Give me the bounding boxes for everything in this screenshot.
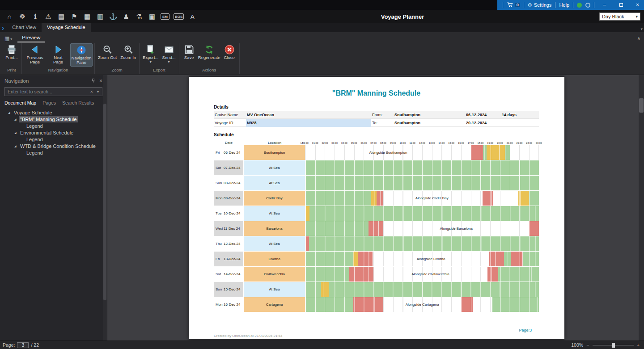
gantt-segment — [483, 191, 493, 206]
preview-scrollbar[interactable] — [639, 75, 644, 341]
day-label: Thu — [214, 242, 224, 246]
expander-icon[interactable]: ◢ — [14, 118, 19, 121]
tree-item-label: Legend — [25, 123, 44, 129]
page-input[interactable] — [17, 342, 29, 348]
lab-icon[interactable]: ⚗ — [133, 11, 145, 22]
ribbon-button-export[interactable]: Export...▼ — [141, 43, 160, 67]
time-label: 17:00 — [468, 142, 474, 144]
gantt-segment — [305, 267, 349, 282]
bgs-badge-icon[interactable]: BGS — [174, 13, 184, 20]
tree-item-legend[interactable]: Legend — [0, 122, 107, 129]
ribbon-button-previous-page[interactable]: Previous Page — [24, 43, 46, 67]
time-label: 15:00 — [448, 142, 454, 144]
time-label: 09:00 — [390, 142, 396, 144]
location-column-header: Location — [244, 141, 305, 145]
em-badge-icon[interactable]: EM — [161, 13, 169, 20]
location-cell: Cartagena — [244, 297, 305, 312]
ribbon-button-regenerate[interactable]: Regenerate — [198, 43, 220, 67]
navpanel-tab-search-results[interactable]: Search Results — [62, 100, 94, 105]
gantt-lane: Alongside Cadiz Bay — [305, 191, 539, 206]
navpanel-tab-pages[interactable]: Pages — [42, 100, 56, 105]
sync-status-icon[interactable] — [585, 3, 590, 8]
help-button[interactable]: Help — [559, 2, 569, 8]
tools-a-icon[interactable]: A — [186, 11, 198, 22]
date-label: 10-Dec-24 — [224, 211, 240, 215]
expander-icon[interactable]: ◢ — [14, 131, 19, 134]
time-label: 22:00 — [517, 142, 523, 144]
home-icon[interactable]: ⌂ — [4, 11, 15, 22]
zoom-out-control[interactable]: − — [586, 342, 589, 348]
location-cell: At Sea — [244, 282, 305, 297]
date-cell: Fri06-Dec-24 — [214, 145, 243, 160]
navpanel-tab-document-map[interactable]: Document Map — [4, 100, 36, 105]
schedule-row: Tue10-Dec-24At Sea — [214, 206, 539, 221]
schedule-row: Wed11-Dec-24BarcelonaAlongside Barcelona — [214, 221, 539, 236]
scrollbar-thumb[interactable] — [103, 104, 106, 300]
info-icon[interactable]: ℹ — [30, 11, 41, 22]
gantt-segment — [523, 252, 539, 266]
zoom-slider[interactable] — [593, 343, 634, 348]
ribbon: ▦▾ Preview Print...PrintPrevious PageNex… — [0, 32, 644, 75]
tabbar-overflow-icon[interactable]: ▾ — [640, 27, 643, 31]
ribbon-button-navigation-pane[interactable]: Navigation Pane — [70, 43, 93, 67]
voyage-id-label: Voyage ID — [214, 121, 246, 125]
gantt-segment — [529, 221, 539, 236]
search-options-icon[interactable]: ▾ — [95, 90, 101, 94]
tree-item-wtd-bridge-condition-schedule[interactable]: ◢WTD & Bridge Condition Schedule — [0, 143, 107, 149]
ribbon-button-send[interactable]: Send...▼ — [161, 43, 177, 67]
crew-icon[interactable]: ♟ — [120, 11, 132, 22]
ribbon-menu-icon[interactable]: ▦▾ — [3, 35, 14, 42]
tree-item-legend[interactable]: Legend — [0, 136, 107, 143]
tab-chart-view[interactable]: Chart View — [7, 23, 42, 32]
tree-item-environmental-schedule[interactable]: ◢Environmental Schedule — [0, 129, 107, 136]
anchor-icon[interactable]: ⚓ — [107, 11, 119, 22]
pin-icon[interactable] — [91, 78, 96, 84]
tab-voyage-schedule[interactable]: Voyage Schedule — [42, 23, 91, 32]
cart-button[interactable]: 0 — [507, 1, 520, 9]
library-icon[interactable]: ▥ — [94, 11, 106, 22]
alerts-icon[interactable]: ⚠ — [42, 11, 54, 22]
routes-icon[interactable]: ▦ — [81, 11, 93, 22]
expander-icon[interactable]: ◢ — [14, 144, 19, 147]
ribbon-button-next-page[interactable]: Next Page — [47, 43, 69, 67]
ribbon-tab-preview[interactable]: Preview — [17, 34, 45, 42]
flags-icon[interactable]: ⚑ — [68, 11, 80, 22]
settings-button[interactable]: ⚙ Settings — [528, 2, 552, 8]
gantt-segment — [492, 297, 539, 312]
publications-icon[interactable]: ▤ — [55, 11, 67, 22]
time-label: 23:00 — [526, 142, 532, 144]
tree-item-voyage-schedule[interactable]: ◢Voyage Schedule — [0, 109, 107, 116]
zoom-in-control[interactable]: + — [637, 342, 640, 348]
ribbon-button-close[interactable]: Close — [221, 43, 237, 67]
scrollbar-thumb[interactable] — [639, 98, 644, 113]
ribbon-button-zoom-in[interactable]: Zoom In — [119, 43, 137, 67]
day-label: Sat — [214, 272, 224, 276]
ribbon-button-save[interactable]: Save — [181, 43, 197, 67]
ribbon-collapse-icon[interactable]: ∧ — [637, 36, 640, 41]
tree-item-brm-manning-schedule[interactable]: ◢"BRM" Manning Schedule — [0, 116, 107, 122]
day-label: Fri — [214, 257, 224, 261]
navigation-panel-scrollbar[interactable] — [103, 75, 107, 341]
ribbon-button-print[interactable]: Print... — [4, 43, 20, 67]
close-panel-icon[interactable]: × — [99, 78, 102, 84]
zoom-slider-thumb[interactable] — [612, 343, 615, 348]
helm-icon[interactable]: ☸ — [17, 11, 28, 22]
expander-icon[interactable]: ◢ — [8, 111, 13, 114]
search-input[interactable] — [5, 89, 89, 94]
tree-item-legend[interactable]: Legend — [0, 149, 107, 156]
titlebar: 0 ⚙ Settings Help – × — [0, 0, 644, 10]
frame-icon[interactable]: ▣ — [146, 11, 158, 22]
ribbon-button-zoom-out[interactable]: Zoom Out — [97, 43, 118, 67]
schedule-row: Sun08-Dec-24At Sea — [214, 176, 539, 190]
clear-search-icon[interactable]: × — [89, 89, 95, 94]
statusbar: Page: / 22 100% − + — [0, 341, 644, 349]
connection-status-icon[interactable] — [577, 3, 582, 8]
maximize-button[interactable] — [614, 0, 627, 10]
minimize-button[interactable]: – — [598, 0, 611, 10]
gantt-segment — [305, 191, 371, 206]
close-window-button[interactable]: × — [631, 0, 644, 10]
theme-selector[interactable]: Day Black ▾ — [599, 13, 640, 21]
gantt-segment: Alongside Cartagena — [383, 297, 461, 312]
gantt-segment — [305, 160, 539, 175]
gantt-segment — [358, 252, 373, 266]
